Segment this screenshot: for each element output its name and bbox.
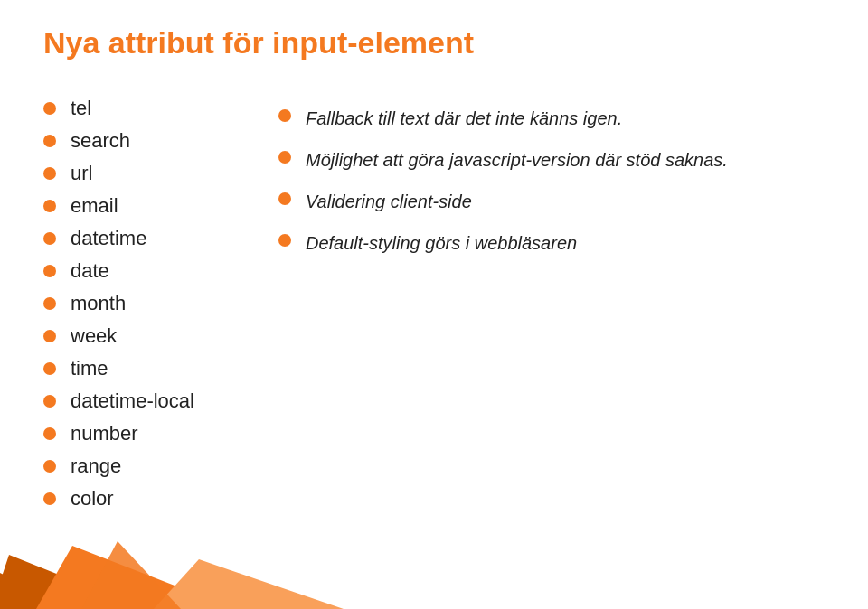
bullet-icon [43,102,56,115]
bullet-icon [43,362,56,375]
list-item-label: month [71,292,126,315]
left-list: tel search url email datetime [43,97,242,511]
bullet-icon [43,200,56,212]
bullet-icon [278,151,291,164]
bullet-icon [278,109,291,122]
list-item: range [43,454,242,478]
list-item: datetime-local [43,389,242,413]
bullet-icon [43,492,56,505]
list-item: color [43,487,242,511]
bullet-icon [43,167,56,180]
list-item: number [43,422,242,445]
bullet-icon [43,427,56,440]
svg-marker-3 [154,559,344,609]
page-container: Nya attribut för input-element tel searc… [0,0,868,609]
list-item-label: number [71,422,138,445]
bottom-decoration [0,528,868,609]
list-item: datetime [43,227,242,250]
header: Nya attribut för input-element [0,0,868,79]
bullet-icon [43,297,56,310]
bullet-icon [43,135,56,147]
list-item: search [43,129,242,153]
list-item: date [43,259,242,283]
bullet-icon [43,395,56,408]
bullet-icon [43,330,56,342]
right-list-item: Default-styling görs i webbläsaren [278,230,825,256]
bullet-icon [278,192,291,205]
list-item-label: datetime-local [71,389,194,413]
list-item: month [43,292,242,315]
list-item-label: range [71,454,121,478]
bullet-icon [278,234,291,247]
left-column: tel search url email datetime [43,97,242,520]
list-item-label: url [71,162,92,185]
right-list-item: Validering client-side [278,189,825,214]
list-item: tel [43,97,242,120]
right-list-item-label: Default-styling görs i webbläsaren [306,230,577,256]
list-item-label: color [71,487,114,511]
content-area: tel search url email datetime [0,79,868,520]
bullet-icon [43,232,56,245]
list-item-label: email [71,194,118,218]
list-item-label: date [71,259,109,283]
right-column: Fallback till text där det inte känns ig… [278,97,825,520]
list-item: week [43,324,242,348]
bullet-icon [43,460,56,473]
right-list-item: Fallback till text där det inte känns ig… [278,106,825,131]
list-item-label: time [71,357,108,380]
list-item: time [43,357,242,380]
right-list-item-label: Validering client-side [306,189,472,214]
right-list: Fallback till text där det inte känns ig… [278,106,825,256]
right-list-item-label: Fallback till text där det inte känns ig… [306,106,622,131]
list-item-label: week [71,324,117,348]
right-list-item-label: Möjlighet att göra javascript-version dä… [306,147,728,173]
page-title: Nya attribut för input-element [43,25,825,61]
list-item-label: tel [71,97,91,120]
bullet-icon [43,265,56,277]
right-list-item: Möjlighet att göra javascript-version dä… [278,147,825,173]
list-item-label: datetime [71,227,146,250]
list-item: url [43,162,242,185]
list-item: email [43,194,242,218]
list-item-label: search [71,129,130,153]
